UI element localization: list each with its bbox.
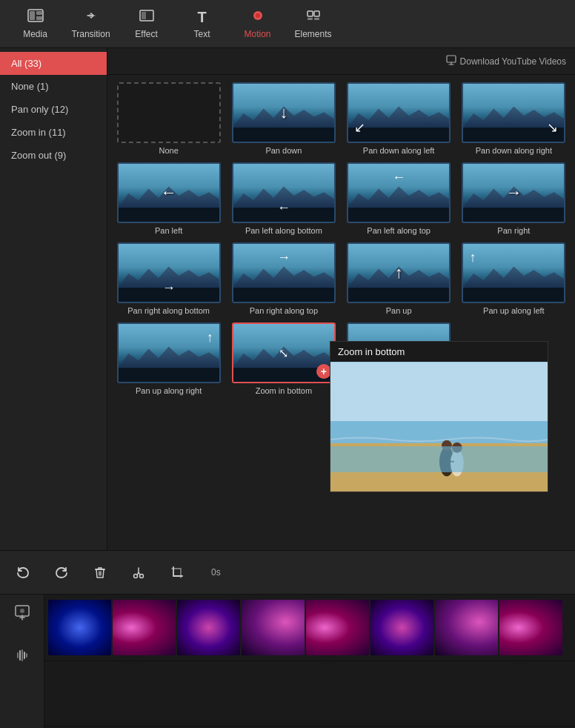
svg-rect-1 (30, 11, 35, 20)
download-youtube-link[interactable]: Download YouTube Videos (445, 54, 566, 68)
label-pan-right-top: Pan right along top (250, 306, 318, 315)
grid-item-pan-up-right[interactable]: ↑ Pan up along right (115, 322, 222, 395)
add-audio-icon (14, 647, 30, 664)
sidebar-item-pan-only[interactable]: Pan only (12) (0, 98, 107, 121)
toolbar-text-label: Text (193, 29, 210, 39)
download-label: Download YouTube Videos (460, 56, 566, 67)
svg-rect-3 (36, 16, 42, 20)
label-none: None (159, 146, 178, 155)
thumb-pan-right: → (462, 162, 565, 223)
media-icon (27, 9, 44, 26)
sidebar-item-zoom-out[interactable]: Zoom out (9) (0, 144, 107, 167)
video-track (44, 595, 575, 661)
svg-point-7 (256, 13, 260, 18)
thumb-pan-left: ← (117, 162, 221, 223)
main-content: All (33) None (1) Pan only (12) Zoom in … (0, 48, 575, 550)
arrow-pan-right-bottom: → (162, 280, 176, 296)
clip-frame-6 (370, 600, 433, 655)
grid-item-pan-up[interactable]: ↑ Pan up (345, 242, 453, 315)
timeline-controls (0, 595, 44, 728)
undo-button[interactable] (11, 560, 35, 584)
grid-item-pan-left-bottom[interactable]: ← Pan left along bottom (230, 162, 337, 235)
undo-icon (16, 565, 30, 580)
svg-rect-8 (308, 11, 313, 16)
grid-item-none[interactable]: None (115, 82, 222, 155)
svg-point-19 (452, 443, 462, 453)
label-pan-left-top: Pan left along top (367, 226, 431, 235)
thumb-pan-down: ↓ (232, 82, 336, 143)
motion-icon (250, 9, 266, 26)
delete-button[interactable] (88, 560, 112, 584)
toolbar-text[interactable]: T Text (174, 4, 230, 44)
add-audio-button[interactable] (12, 645, 33, 666)
grid-item-pan-right[interactable]: → Pan right (460, 162, 568, 235)
text-icon: T (197, 9, 206, 26)
toolbar-media[interactable]: Media (7, 4, 63, 44)
thumb-pan-right-bottom: → (117, 242, 221, 303)
thumb-pan-left-bottom: ← (232, 162, 336, 223)
label-pan-right: Pan right (497, 226, 530, 235)
elements-icon (305, 9, 322, 26)
redo-button[interactable] (50, 560, 73, 584)
label-zoom-in-bottom: Zoom in bottom (256, 386, 312, 395)
label-pan-down-left: Pan down along left (363, 146, 435, 155)
grid-item-zoom-in-bottom[interactable]: ⤡ + Zoom in bottom (230, 322, 337, 395)
arrow-pan-down-right: ↘ (547, 119, 558, 136)
svg-rect-5 (142, 12, 146, 19)
cut-button[interactable] (127, 560, 150, 584)
toolbar-transition[interactable]: Transition (63, 4, 119, 44)
effect-icon (139, 9, 155, 26)
crop-icon (170, 565, 185, 580)
video-clip (48, 600, 562, 655)
label-pan-up: Pan up (386, 306, 412, 315)
svg-point-24 (20, 609, 24, 613)
toolbar-elements[interactable]: Elements (285, 4, 341, 44)
grid-item-pan-up-left[interactable]: ↑ Pan up along left (460, 242, 568, 315)
arrow-pan-up-left: ↑ (469, 250, 476, 265)
svg-rect-9 (314, 11, 319, 16)
grid-item-pan-right-top[interactable]: → Pan right along top (230, 242, 337, 315)
grid-item-pan-left[interactable]: ← Pan left (115, 162, 222, 235)
crop-button[interactable] (165, 560, 189, 584)
toolbar-motion[interactable]: Motion (230, 4, 285, 44)
arrow-pan-left-top: ← (392, 170, 405, 185)
svg-rect-12 (447, 56, 456, 62)
svg-point-17 (442, 440, 452, 451)
grid-item-pan-down[interactable]: ↓ Pan down (230, 82, 337, 155)
label-pan-up-right: Pan up along right (136, 386, 202, 395)
sidebar-item-none[interactable]: None (1) (0, 75, 107, 98)
grid-item-pan-down-left[interactable]: ↙ Pan down along left (345, 82, 453, 155)
grid-header: Download YouTube Videos (107, 48, 575, 75)
sidebar-item-all[interactable]: All (33) (0, 52, 107, 75)
redo-icon (54, 565, 69, 580)
preview-image (330, 362, 548, 492)
grid-item-pan-down-right[interactable]: ↘ Pan down along right (460, 82, 568, 155)
arrow-pan-left-bottom: ← (277, 200, 290, 216)
thumb-pan-up-right: ↑ (117, 322, 221, 383)
arrow-pan-up-right: ↑ (207, 330, 213, 345)
label-pan-left: Pan left (155, 226, 182, 235)
sidebar-item-zoom-in[interactable]: Zoom in (11) (0, 121, 107, 144)
clip-frame-2 (113, 600, 176, 655)
preview-popup: Zoom in bottom (330, 341, 548, 492)
preview-title: Zoom in bottom (330, 342, 548, 362)
toolbar-transition-label: Transition (71, 29, 110, 39)
label-pan-right-bottom: Pan right along bottom (127, 306, 210, 315)
toolbar-media-label: Media (23, 29, 47, 39)
clip-frame-1 (48, 600, 111, 655)
clip-frame-5 (306, 600, 369, 655)
time-label: 0s (211, 567, 221, 578)
bottom-toolbar: 0s (0, 550, 575, 595)
timeline (0, 595, 575, 728)
grid-item-pan-left-top[interactable]: ← Pan left along top (345, 162, 453, 235)
grid-item-pan-right-bottom[interactable]: → Pan right along bottom (115, 242, 222, 315)
toolbar-effect[interactable]: Effect (119, 4, 174, 44)
svg-rect-2 (36, 11, 42, 15)
label-pan-down-right: Pan down along right (476, 146, 552, 155)
add-media-button[interactable] (12, 602, 33, 623)
toolbar-motion-label: Motion (244, 29, 270, 39)
add-zoom-in-bottom-btn[interactable]: + (316, 364, 331, 379)
svg-point-16 (439, 447, 454, 477)
preview-beach-svg (330, 362, 548, 492)
label-pan-up-left: Pan up along left (483, 306, 545, 315)
